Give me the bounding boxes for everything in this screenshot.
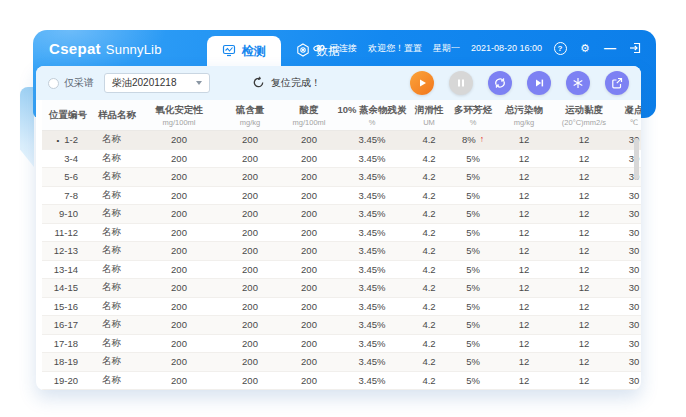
cell-value: 8%↑ — [450, 131, 496, 150]
cell-value: 4.2 — [408, 260, 450, 279]
cell-value: 12 — [552, 205, 616, 224]
cell-sample-name: 名称 — [94, 297, 140, 316]
column-header: 位置编号 — [42, 100, 94, 131]
cell-value: 4.2 — [408, 242, 450, 261]
cell-value: 3.45% — [336, 279, 408, 298]
cell-position: 5-6 — [42, 168, 94, 187]
cell-value: 4.2 — [408, 186, 450, 205]
column-header: 多环芳烃% — [450, 100, 496, 131]
cell-value: 200 — [140, 149, 218, 168]
table-row[interactable]: 17-18名称2002002003.45%4.25%121230 — [42, 334, 641, 353]
skip-button[interactable] — [527, 71, 551, 95]
cell-sample-name: 名称 — [94, 353, 140, 372]
sync-button[interactable] — [488, 71, 512, 95]
cell-value: 30 — [616, 316, 641, 335]
settings-gear-icon[interactable]: ⚙ — [578, 41, 592, 55]
table-row[interactable]: 7-8名称2002002003.45%4.25%121230 — [42, 186, 641, 205]
reset-icon[interactable] — [252, 76, 265, 91]
welcome-text: 欢迎您！置置 — [368, 42, 422, 55]
cell-value: 5% — [450, 297, 496, 316]
cell-value: 200 — [218, 316, 282, 335]
table-row[interactable]: 15-16名称2002002003.45%4.25%121230 — [42, 297, 641, 316]
cell-value: 30 — [616, 260, 641, 279]
tab-detection[interactable]: 检测 — [207, 36, 281, 66]
cell-value: 200 — [218, 334, 282, 353]
cell-value: 200 — [282, 168, 336, 187]
minimize-button[interactable]: — — [603, 41, 617, 55]
cell-value: 3.45% — [336, 260, 408, 279]
start-button[interactable] — [410, 71, 434, 95]
cell-value: 200 — [218, 279, 282, 298]
sample-only-checkbox[interactable] — [48, 78, 59, 89]
product-name: SunnyLib — [106, 42, 162, 57]
cell-value: 4.2 — [408, 149, 450, 168]
table-row[interactable]: 3-4名称2002002003.45%4.25%121230 — [42, 149, 641, 168]
cell-value: 200 — [140, 371, 218, 390]
column-header: 运动黏度(20°C)mm2/s — [552, 100, 616, 131]
export-button[interactable] — [605, 71, 629, 95]
cell-value: 200 — [218, 297, 282, 316]
cell-value: 200 — [282, 260, 336, 279]
cell-value: 30 — [616, 242, 641, 261]
cell-value: 200 — [218, 186, 282, 205]
cell-sample-name: 名称 — [94, 242, 140, 261]
cell-value: 3.45% — [336, 334, 408, 353]
cell-value: 200 — [282, 186, 336, 205]
cell-value: 3.45% — [336, 353, 408, 372]
cell-value: 200 — [218, 242, 282, 261]
method-select[interactable]: 柴油20201218 — [104, 73, 210, 93]
cell-value: 12 — [496, 334, 552, 353]
table-row[interactable]: 16-17名称2002002003.45%4.25%121230 — [42, 316, 641, 335]
cell-value: 30 — [616, 334, 641, 353]
weekday-text: 星期一 — [433, 42, 460, 55]
table-row[interactable]: 9-10名称2002002003.45%4.25%121230 — [42, 205, 641, 224]
cell-position: 12-13 — [42, 242, 94, 261]
tab-data[interactable]: 数据 — [281, 36, 355, 66]
table-row[interactable]: 18-19名称2002002003.45%4.25%121230 — [42, 353, 641, 372]
cell-value: 4.2 — [408, 223, 450, 242]
pause-button[interactable] — [449, 71, 473, 95]
snowflake-icon — [571, 76, 585, 90]
cell-value: 4.2 — [408, 131, 450, 150]
content-card: 仅采谱 柴油20201218 复位完成！ — [36, 66, 641, 390]
cell-value: 200 — [282, 131, 336, 150]
cell-value: 3.45% — [336, 316, 408, 335]
cell-value: 5% — [450, 279, 496, 298]
cell-value: 4.2 — [408, 297, 450, 316]
table-row[interactable]: 13-14名称2002002003.45%4.25%121230 — [42, 260, 641, 279]
vertical-scrollbar[interactable] — [634, 138, 639, 180]
exit-icon[interactable] — [628, 41, 642, 55]
cell-value: 200 — [282, 353, 336, 372]
cell-value: 12 — [552, 242, 616, 261]
sync-icon — [493, 76, 507, 90]
table-row[interactable]: 19-20名称2002002003.45%4.25%121230 — [42, 371, 641, 390]
freeze-button[interactable] — [566, 71, 590, 95]
help-icon[interactable]: ? — [553, 41, 567, 55]
cell-value: 200 — [218, 223, 282, 242]
cell-value: 3.45% — [336, 242, 408, 261]
cell-value: 12 — [496, 131, 552, 150]
cell-value: 4.2 — [408, 279, 450, 298]
cell-value: 200 — [140, 279, 218, 298]
cell-value: 5% — [450, 186, 496, 205]
cell-position: •1-2 — [42, 131, 94, 150]
results-table-area: 位置编号样品名称氧化安定性mg/100ml硫含量mg/kg酸度mg/100ml1… — [36, 100, 641, 390]
action-buttons — [410, 71, 629, 95]
cell-value: 5% — [450, 223, 496, 242]
table-row[interactable]: 11-12名称2002002003.45%4.25%121230 — [42, 223, 641, 242]
cell-value: 200 — [140, 297, 218, 316]
table-row[interactable]: 5-6名称2002002003.45%4.25%121230 — [42, 168, 641, 187]
sample-only-label: 仅采谱 — [64, 76, 94, 90]
cell-value: 12 — [552, 371, 616, 390]
cell-value: 3.45% — [336, 149, 408, 168]
cell-value: 200 — [140, 353, 218, 372]
cell-value: 30 — [616, 279, 641, 298]
table-row[interactable]: 14-15名称2002002003.45%4.25%121230 — [42, 279, 641, 298]
column-header: 样品名称 — [94, 100, 140, 131]
table-row[interactable]: 12-13名称2002002003.45%4.25%121230 — [42, 242, 641, 261]
cell-sample-name: 名称 — [94, 149, 140, 168]
cell-value: 200 — [282, 223, 336, 242]
cell-sample-name: 名称 — [94, 334, 140, 353]
cell-value: 200 — [282, 149, 336, 168]
table-row[interactable]: •1-2名称2002002003.45%4.28%↑121230 — [42, 131, 641, 150]
